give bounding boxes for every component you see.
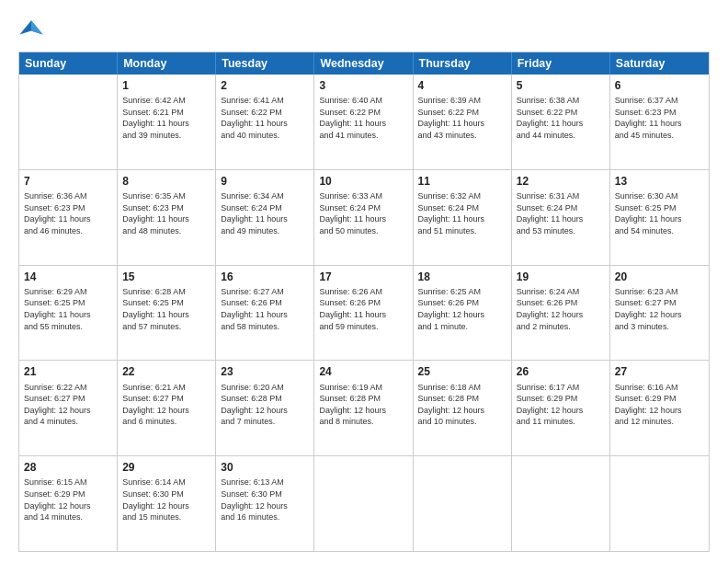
day-info: Sunrise: 6:37 AM Sunset: 6:23 PM Dayligh… [615, 95, 704, 141]
calendar-cell: 2Sunrise: 6:41 AM Sunset: 6:22 PM Daylig… [216, 75, 314, 169]
day-info: Sunrise: 6:32 AM Sunset: 6:24 PM Dayligh… [418, 190, 506, 236]
calendar-cell [512, 456, 610, 551]
calendar-cell: 14Sunrise: 6:29 AM Sunset: 6:25 PM Dayli… [19, 266, 118, 361]
header-day-saturday: Saturday [610, 52, 709, 75]
header-day-wednesday: Wednesday [314, 52, 413, 75]
calendar-cell: 10Sunrise: 6:33 AM Sunset: 6:24 PM Dayli… [314, 170, 413, 265]
calendar-cell: 23Sunrise: 6:20 AM Sunset: 6:28 PM Dayli… [216, 361, 314, 455]
calendar-cell: 18Sunrise: 6:25 AM Sunset: 6:26 PM Dayli… [414, 266, 512, 361]
day-number: 10 [319, 174, 407, 189]
day-number: 22 [122, 364, 210, 379]
day-info: Sunrise: 6:20 AM Sunset: 6:28 PM Dayligh… [221, 382, 309, 428]
calendar-cell [414, 456, 512, 551]
calendar-cell: 16Sunrise: 6:27 AM Sunset: 6:26 PM Dayli… [216, 266, 314, 361]
day-info: Sunrise: 6:19 AM Sunset: 6:28 PM Dayligh… [319, 382, 407, 428]
day-number: 13 [615, 174, 704, 189]
day-info: Sunrise: 6:30 AM Sunset: 6:25 PM Dayligh… [615, 190, 704, 236]
calendar-cell: 5Sunrise: 6:38 AM Sunset: 6:22 PM Daylig… [512, 75, 610, 169]
day-info: Sunrise: 6:39 AM Sunset: 6:22 PM Dayligh… [418, 95, 506, 141]
day-info: Sunrise: 6:17 AM Sunset: 6:29 PM Dayligh… [517, 382, 605, 428]
day-info: Sunrise: 6:40 AM Sunset: 6:22 PM Dayligh… [319, 95, 407, 141]
day-number: 21 [24, 364, 112, 379]
calendar-cell: 4Sunrise: 6:39 AM Sunset: 6:22 PM Daylig… [414, 75, 512, 169]
day-number: 18 [418, 270, 506, 284]
day-info: Sunrise: 6:18 AM Sunset: 6:28 PM Dayligh… [418, 382, 506, 428]
calendar-cell: 27Sunrise: 6:16 AM Sunset: 6:29 PM Dayli… [610, 361, 709, 455]
calendar-cell: 19Sunrise: 6:24 AM Sunset: 6:26 PM Dayli… [512, 266, 610, 361]
calendar-row-3: 14Sunrise: 6:29 AM Sunset: 6:25 PM Dayli… [19, 266, 709, 362]
calendar-cell: 7Sunrise: 6:36 AM Sunset: 6:23 PM Daylig… [19, 170, 118, 265]
calendar-cell: 8Sunrise: 6:35 AM Sunset: 6:23 PM Daylig… [118, 170, 216, 265]
header-day-friday: Friday [512, 52, 610, 75]
calendar-cell: 15Sunrise: 6:28 AM Sunset: 6:25 PM Dayli… [118, 266, 216, 361]
day-number: 24 [319, 364, 407, 379]
day-info: Sunrise: 6:36 AM Sunset: 6:23 PM Dayligh… [24, 190, 112, 236]
header-day-monday: Monday [118, 52, 216, 75]
day-info: Sunrise: 6:25 AM Sunset: 6:26 PM Dayligh… [418, 286, 506, 332]
day-number: 8 [122, 174, 210, 189]
calendar-cell: 25Sunrise: 6:18 AM Sunset: 6:28 PM Dayli… [414, 361, 512, 455]
day-info: Sunrise: 6:23 AM Sunset: 6:27 PM Dayligh… [615, 286, 704, 332]
calendar-cell: 26Sunrise: 6:17 AM Sunset: 6:29 PM Dayli… [512, 361, 610, 455]
day-info: Sunrise: 6:16 AM Sunset: 6:29 PM Dayligh… [615, 382, 704, 428]
calendar-cell: 20Sunrise: 6:23 AM Sunset: 6:27 PM Dayli… [610, 266, 709, 361]
calendar-cell: 12Sunrise: 6:31 AM Sunset: 6:24 PM Dayli… [512, 170, 610, 265]
day-number: 19 [517, 270, 605, 284]
day-number: 23 [221, 364, 309, 379]
day-info: Sunrise: 6:22 AM Sunset: 6:27 PM Dayligh… [24, 382, 112, 428]
page: SundayMondayTuesdayWednesdayThursdayFrid… [0, 0, 728, 563]
calendar-row-5: 28Sunrise: 6:15 AM Sunset: 6:29 PM Dayli… [19, 456, 709, 551]
calendar-cell: 9Sunrise: 6:34 AM Sunset: 6:24 PM Daylig… [216, 170, 314, 265]
day-number: 26 [517, 364, 605, 379]
calendar-row-4: 21Sunrise: 6:22 AM Sunset: 6:27 PM Dayli… [19, 361, 709, 456]
day-number: 11 [418, 174, 506, 189]
day-number: 12 [517, 174, 605, 189]
day-info: Sunrise: 6:21 AM Sunset: 6:27 PM Dayligh… [122, 382, 210, 428]
calendar-row-2: 7Sunrise: 6:36 AM Sunset: 6:23 PM Daylig… [19, 170, 709, 266]
day-number: 3 [319, 78, 407, 93]
header-day-thursday: Thursday [414, 52, 512, 75]
day-info: Sunrise: 6:15 AM Sunset: 6:29 PM Dayligh… [24, 477, 112, 523]
calendar-cell [19, 75, 118, 169]
calendar-cell: 3Sunrise: 6:40 AM Sunset: 6:22 PM Daylig… [314, 75, 413, 169]
day-number: 16 [221, 270, 309, 284]
day-number: 17 [319, 270, 407, 284]
calendar-cell: 11Sunrise: 6:32 AM Sunset: 6:24 PM Dayli… [414, 170, 512, 265]
header-day-sunday: Sunday [19, 52, 118, 75]
logo [18, 17, 48, 42]
calendar-header: SundayMondayTuesdayWednesdayThursdayFrid… [19, 52, 709, 75]
day-info: Sunrise: 6:13 AM Sunset: 6:30 PM Dayligh… [221, 477, 309, 523]
day-info: Sunrise: 6:42 AM Sunset: 6:21 PM Dayligh… [122, 95, 210, 141]
day-number: 27 [615, 364, 704, 379]
day-number: 4 [418, 78, 506, 93]
day-number: 25 [418, 364, 506, 379]
calendar-cell: 24Sunrise: 6:19 AM Sunset: 6:28 PM Dayli… [314, 361, 413, 455]
calendar: SundayMondayTuesdayWednesdayThursdayFrid… [18, 52, 710, 552]
svg-marker-1 [31, 20, 43, 34]
calendar-cell: 22Sunrise: 6:21 AM Sunset: 6:27 PM Dayli… [118, 361, 216, 455]
day-number: 7 [24, 174, 112, 189]
day-number: 30 [221, 460, 309, 475]
calendar-cell: 30Sunrise: 6:13 AM Sunset: 6:30 PM Dayli… [216, 456, 314, 551]
day-number: 15 [122, 270, 210, 284]
header-day-tuesday: Tuesday [216, 52, 314, 75]
calendar-cell: 17Sunrise: 6:26 AM Sunset: 6:26 PM Dayli… [314, 266, 413, 361]
calendar-cell: 29Sunrise: 6:14 AM Sunset: 6:30 PM Dayli… [118, 456, 216, 551]
day-number: 2 [221, 78, 309, 93]
calendar-cell: 6Sunrise: 6:37 AM Sunset: 6:23 PM Daylig… [610, 75, 709, 169]
day-info: Sunrise: 6:26 AM Sunset: 6:26 PM Dayligh… [319, 286, 407, 332]
day-number: 1 [122, 78, 210, 93]
calendar-cell [610, 456, 709, 551]
day-info: Sunrise: 6:41 AM Sunset: 6:22 PM Dayligh… [221, 95, 309, 141]
day-number: 28 [24, 460, 112, 475]
day-info: Sunrise: 6:35 AM Sunset: 6:23 PM Dayligh… [122, 190, 210, 236]
day-number: 6 [615, 78, 704, 93]
calendar-cell [314, 456, 413, 551]
day-number: 14 [24, 270, 112, 284]
logo-icon [18, 17, 44, 42]
header [18, 17, 710, 42]
calendar-cell: 28Sunrise: 6:15 AM Sunset: 6:29 PM Dayli… [19, 456, 118, 551]
day-info: Sunrise: 6:33 AM Sunset: 6:24 PM Dayligh… [319, 190, 407, 236]
day-info: Sunrise: 6:31 AM Sunset: 6:24 PM Dayligh… [517, 190, 605, 236]
calendar-cell: 21Sunrise: 6:22 AM Sunset: 6:27 PM Dayli… [19, 361, 118, 455]
